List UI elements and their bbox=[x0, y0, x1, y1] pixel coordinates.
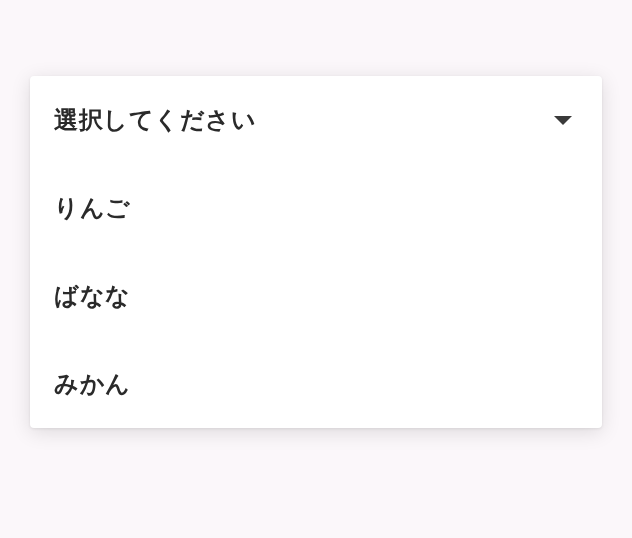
dropdown-options-list: りんご ばなな みかん bbox=[30, 164, 602, 428]
dropdown-header[interactable]: 選択してください bbox=[30, 76, 602, 164]
chevron-down-icon bbox=[554, 116, 572, 125]
dropdown-option-1[interactable]: ばなな bbox=[30, 252, 602, 340]
dropdown-option-0[interactable]: りんご bbox=[30, 164, 602, 252]
dropdown-placeholder: 選択してください bbox=[54, 104, 256, 136]
dropdown-option-2[interactable]: みかん bbox=[30, 340, 602, 428]
dropdown[interactable]: 選択してください りんご ばなな みかん bbox=[30, 76, 602, 428]
